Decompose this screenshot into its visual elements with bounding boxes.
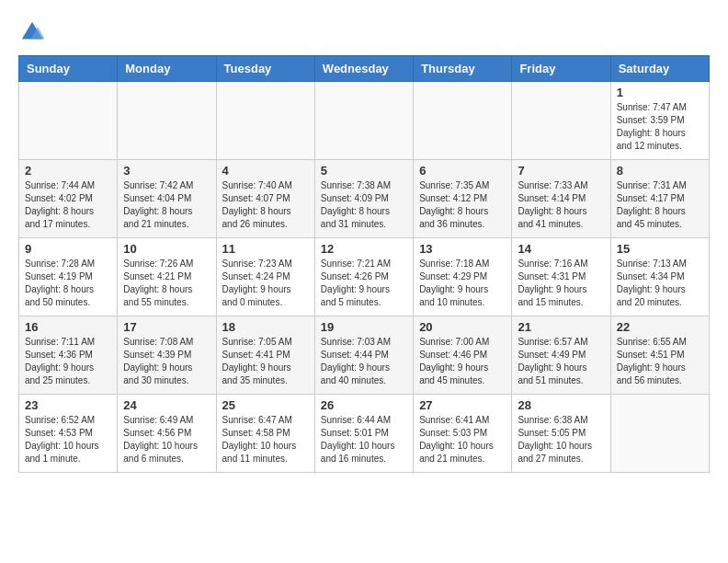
day-info: Sunrise: 7:26 AM Sunset: 4:21 PM Dayligh… — [123, 258, 210, 309]
day-number: 23 — [25, 398, 111, 412]
calendar-cell: 3Sunrise: 7:42 AM Sunset: 4:04 PM Daylig… — [118, 160, 216, 238]
day-info: Sunrise: 6:52 AM Sunset: 4:53 PM Dayligh… — [25, 414, 111, 465]
day-number: 12 — [321, 242, 407, 256]
calendar-cell — [118, 82, 216, 160]
day-number: 18 — [222, 320, 309, 334]
calendar-cell: 5Sunrise: 7:38 AM Sunset: 4:09 PM Daylig… — [314, 160, 413, 238]
day-info: Sunrise: 7:47 AM Sunset: 3:59 PM Dayligh… — [617, 101, 703, 153]
day-number: 20 — [419, 320, 506, 334]
day-info: Sunrise: 7:00 AM Sunset: 4:46 PM Dayligh… — [419, 336, 506, 387]
day-number: 6 — [419, 164, 506, 178]
day-header-sunday: Sunday — [19, 56, 118, 82]
calendar-cell: 15Sunrise: 7:13 AM Sunset: 4:34 PM Dayli… — [610, 238, 709, 316]
calendar-cell: 19Sunrise: 7:03 AM Sunset: 4:44 PM Dayli… — [314, 316, 413, 395]
calendar-cell — [512, 82, 610, 160]
calendar-header-row: SundayMondayTuesdayWednesdayThursdayFrid… — [19, 56, 710, 82]
day-number: 5 — [321, 164, 407, 178]
calendar-week-row: 1Sunrise: 7:47 AM Sunset: 3:59 PM Daylig… — [19, 82, 710, 160]
day-number: 7 — [518, 164, 604, 178]
day-info: Sunrise: 7:16 AM Sunset: 4:31 PM Dayligh… — [518, 258, 604, 309]
day-number: 16 — [25, 320, 111, 334]
day-number: 8 — [617, 164, 703, 178]
day-number: 14 — [518, 242, 604, 256]
day-number: 1 — [617, 86, 703, 99]
day-number: 10 — [123, 242, 210, 256]
calendar-cell: 23Sunrise: 6:52 AM Sunset: 4:53 PM Dayli… — [19, 395, 118, 473]
day-header-saturday: Saturday — [610, 56, 709, 82]
day-info: Sunrise: 6:44 AM Sunset: 5:01 PM Dayligh… — [321, 414, 407, 465]
calendar-cell — [314, 82, 413, 160]
calendar-week-row: 16Sunrise: 7:11 AM Sunset: 4:36 PM Dayli… — [19, 316, 710, 395]
day-number: 9 — [25, 242, 111, 256]
day-info: Sunrise: 6:49 AM Sunset: 4:56 PM Dayligh… — [123, 414, 210, 465]
calendar-week-row: 2Sunrise: 7:44 AM Sunset: 4:02 PM Daylig… — [19, 160, 710, 238]
day-info: Sunrise: 7:35 AM Sunset: 4:12 PM Dayligh… — [419, 179, 506, 231]
calendar-cell: 20Sunrise: 7:00 AM Sunset: 4:46 PM Dayli… — [414, 316, 512, 395]
day-number: 27 — [419, 398, 506, 412]
day-number: 24 — [123, 398, 210, 412]
day-header-wednesday: Wednesday — [314, 56, 413, 82]
day-info: Sunrise: 6:41 AM Sunset: 5:03 PM Dayligh… — [419, 414, 506, 465]
day-info: Sunrise: 7:11 AM Sunset: 4:36 PM Dayligh… — [25, 336, 111, 387]
calendar-cell: 16Sunrise: 7:11 AM Sunset: 4:36 PM Dayli… — [19, 316, 118, 395]
day-info: Sunrise: 7:03 AM Sunset: 4:44 PM Dayligh… — [321, 336, 407, 387]
day-info: Sunrise: 7:42 AM Sunset: 4:04 PM Dayligh… — [123, 179, 210, 231]
calendar-cell: 21Sunrise: 6:57 AM Sunset: 4:49 PM Dayli… — [512, 316, 610, 395]
calendar-cell — [610, 395, 709, 473]
day-number: 26 — [321, 398, 407, 412]
calendar-cell: 1Sunrise: 7:47 AM Sunset: 3:59 PM Daylig… — [610, 82, 709, 160]
calendar-cell: 12Sunrise: 7:21 AM Sunset: 4:26 PM Dayli… — [314, 238, 413, 316]
calendar-cell: 10Sunrise: 7:26 AM Sunset: 4:21 PM Dayli… — [118, 238, 216, 316]
day-info: Sunrise: 7:23 AM Sunset: 4:24 PM Dayligh… — [222, 258, 309, 309]
calendar-cell: 22Sunrise: 6:55 AM Sunset: 4:51 PM Dayli… — [610, 316, 709, 395]
day-info: Sunrise: 7:08 AM Sunset: 4:39 PM Dayligh… — [123, 336, 210, 387]
day-info: Sunrise: 6:47 AM Sunset: 4:58 PM Dayligh… — [222, 414, 309, 465]
page-header — [18, 18, 710, 46]
calendar-cell: 24Sunrise: 6:49 AM Sunset: 4:56 PM Dayli… — [118, 395, 216, 473]
day-number: 25 — [222, 398, 309, 412]
calendar-cell: 11Sunrise: 7:23 AM Sunset: 4:24 PM Dayli… — [216, 238, 314, 316]
day-info: Sunrise: 6:57 AM Sunset: 4:49 PM Dayligh… — [518, 336, 604, 387]
day-header-friday: Friday — [512, 56, 610, 82]
calendar-cell: 6Sunrise: 7:35 AM Sunset: 4:12 PM Daylig… — [414, 160, 512, 238]
logo-icon — [18, 18, 46, 46]
calendar-cell: 17Sunrise: 7:08 AM Sunset: 4:39 PM Dayli… — [118, 316, 216, 395]
day-info: Sunrise: 7:40 AM Sunset: 4:07 PM Dayligh… — [222, 179, 309, 231]
day-number: 11 — [222, 242, 309, 256]
day-info: Sunrise: 7:21 AM Sunset: 4:26 PM Dayligh… — [321, 258, 407, 309]
calendar-cell: 28Sunrise: 6:38 AM Sunset: 5:05 PM Dayli… — [512, 395, 610, 473]
day-info: Sunrise: 7:33 AM Sunset: 4:14 PM Dayligh… — [518, 179, 604, 231]
calendar: SundayMondayTuesdayWednesdayThursdayFrid… — [18, 55, 710, 473]
day-info: Sunrise: 7:31 AM Sunset: 4:17 PM Dayligh… — [617, 179, 703, 231]
calendar-cell — [216, 82, 314, 160]
day-number: 22 — [617, 320, 703, 334]
calendar-cell: 4Sunrise: 7:40 AM Sunset: 4:07 PM Daylig… — [216, 160, 314, 238]
day-info: Sunrise: 7:44 AM Sunset: 4:02 PM Dayligh… — [25, 179, 111, 231]
day-number: 3 — [123, 164, 210, 178]
day-number: 13 — [419, 242, 506, 256]
day-number: 4 — [222, 164, 309, 178]
calendar-cell: 25Sunrise: 6:47 AM Sunset: 4:58 PM Dayli… — [216, 395, 314, 473]
calendar-cell: 7Sunrise: 7:33 AM Sunset: 4:14 PM Daylig… — [512, 160, 610, 238]
day-number: 17 — [123, 320, 210, 334]
calendar-cell: 27Sunrise: 6:41 AM Sunset: 5:03 PM Dayli… — [414, 395, 512, 473]
day-info: Sunrise: 7:28 AM Sunset: 4:19 PM Dayligh… — [25, 258, 111, 309]
day-number: 19 — [321, 320, 407, 334]
calendar-cell: 18Sunrise: 7:05 AM Sunset: 4:41 PM Dayli… — [216, 316, 314, 395]
calendar-cell: 8Sunrise: 7:31 AM Sunset: 4:17 PM Daylig… — [610, 160, 709, 238]
day-number: 15 — [617, 242, 703, 256]
day-number: 21 — [518, 320, 604, 334]
calendar-cell: 13Sunrise: 7:18 AM Sunset: 4:29 PM Dayli… — [414, 238, 512, 316]
day-number: 28 — [518, 398, 604, 412]
day-info: Sunrise: 7:18 AM Sunset: 4:29 PM Dayligh… — [419, 258, 506, 309]
calendar-cell — [414, 82, 512, 160]
day-header-thursday: Thursday — [414, 56, 512, 82]
day-header-tuesday: Tuesday — [216, 56, 314, 82]
calendar-cell: 9Sunrise: 7:28 AM Sunset: 4:19 PM Daylig… — [19, 238, 118, 316]
calendar-week-row: 23Sunrise: 6:52 AM Sunset: 4:53 PM Dayli… — [19, 395, 710, 473]
day-header-monday: Monday — [118, 56, 216, 82]
calendar-week-row: 9Sunrise: 7:28 AM Sunset: 4:19 PM Daylig… — [19, 238, 710, 316]
day-info: Sunrise: 6:55 AM Sunset: 4:51 PM Dayligh… — [617, 336, 703, 387]
day-info: Sunrise: 7:13 AM Sunset: 4:34 PM Dayligh… — [617, 258, 703, 309]
calendar-cell: 14Sunrise: 7:16 AM Sunset: 4:31 PM Dayli… — [512, 238, 610, 316]
